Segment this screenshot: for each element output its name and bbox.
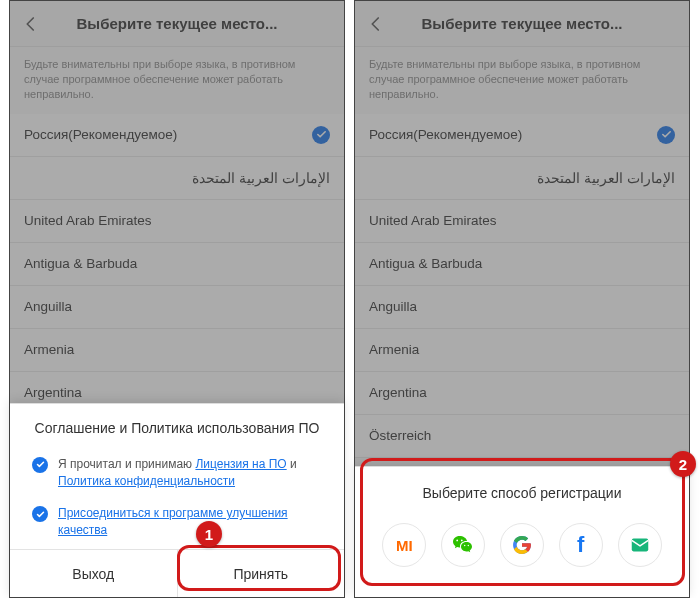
registration-methods: MI f [369, 523, 675, 567]
header: Выберите текущее место... [10, 1, 344, 47]
country-row-uae-ar[interactable]: الإمارات العربية المتحدة [10, 157, 344, 200]
page-title: Выберите текущее место... [355, 15, 689, 32]
language-notice: Будьте внимательны при выборе языка, в п… [10, 47, 344, 114]
badge-2: 2 [670, 451, 696, 477]
consent-improve[interactable]: Присоединиться к программе улучшения кач… [10, 499, 344, 549]
country-row-osterreich[interactable]: Österreich [355, 415, 689, 458]
check-icon [32, 506, 48, 522]
country-list: Россия(Рекомендуемое) الإمارات العربية ا… [10, 114, 344, 415]
exit-button[interactable]: Выход [10, 550, 178, 597]
country-row-antigua[interactable]: Antigua & Barbuda [10, 243, 344, 286]
page-title: Выберите текущее место... [10, 15, 344, 32]
country-row-uae[interactable]: United Arab Emirates [355, 200, 689, 243]
country-row-anguilla[interactable]: Anguilla [10, 286, 344, 329]
license-link[interactable]: Лицензия на ПО [195, 457, 286, 471]
mi-icon[interactable]: MI [382, 523, 426, 567]
language-notice: Будьте внимательны при выборе языка, в п… [355, 47, 689, 114]
country-row-armenia[interactable]: Armenia [10, 329, 344, 372]
google-icon[interactable] [500, 523, 544, 567]
country-row-uae[interactable]: United Arab Emirates [10, 200, 344, 243]
consent-license[interactable]: Я прочитал и принимаю Лицензия на ПО и П… [10, 450, 344, 500]
country-row-antigua[interactable]: Antigua & Barbuda [355, 243, 689, 286]
agreement-sheet: Соглашение и Политика использования ПО Я… [10, 403, 344, 597]
wechat-icon[interactable] [441, 523, 485, 567]
back-icon[interactable] [365, 13, 387, 35]
accept-button[interactable]: Принять [178, 550, 345, 597]
country-row-armenia[interactable]: Armenia [355, 329, 689, 372]
registration-sheet: Выберите способ регистрации MI f [355, 466, 689, 597]
check-icon [32, 457, 48, 473]
privacy-link[interactable]: Политика конфиденциальности [58, 474, 235, 488]
registration-title: Выберите способ регистрации [369, 485, 675, 501]
back-icon[interactable] [20, 13, 42, 35]
badge-1: 1 [196, 521, 222, 547]
country-row-russia[interactable]: Россия(Рекомендуемое) [10, 114, 344, 157]
svg-rect-0 [631, 539, 648, 552]
agreement-title: Соглашение и Политика использования ПО [10, 404, 344, 450]
country-row-anguilla[interactable]: Anguilla [355, 286, 689, 329]
email-icon[interactable] [618, 523, 662, 567]
check-icon [312, 126, 330, 144]
country-list: Россия(Рекомендуемое) الإمارات العربية ا… [355, 114, 689, 458]
header: Выберите текущее место... [355, 1, 689, 47]
improve-link[interactable]: Присоединиться к программе улучшения кач… [58, 506, 288, 537]
check-icon [657, 126, 675, 144]
facebook-icon[interactable]: f [559, 523, 603, 567]
country-row-argentina[interactable]: Argentina [355, 372, 689, 415]
country-row-uae-ar[interactable]: الإمارات العربية المتحدة [355, 157, 689, 200]
country-row-russia[interactable]: Россия(Рекомендуемое) [355, 114, 689, 157]
